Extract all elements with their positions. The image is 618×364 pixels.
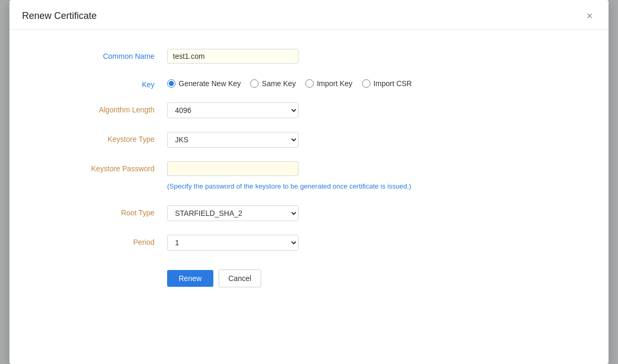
common-name-wrap — [167, 49, 588, 64]
key-radio-import[interactable] — [305, 79, 314, 88]
modal-body: Common Name Key Generate New Key — [9, 30, 609, 364]
keystore-password-row: Keystore Password (Specify the password … — [30, 161, 588, 192]
key-options-wrap: Generate New Key Same Key Import Key — [167, 77, 588, 88]
keystore-password-wrap: (Specify the password of the keystore to… — [167, 161, 588, 192]
keystore-type-wrap: JKS PKCS12 PEM — [167, 132, 588, 148]
common-name-input[interactable] — [167, 49, 298, 64]
key-option-generate[interactable]: Generate New Key — [167, 79, 241, 88]
period-wrap: 1 2 3 — [167, 235, 588, 251]
keystore-type-label: Keystore Type — [30, 132, 167, 143]
button-row-spacer — [30, 264, 167, 267]
key-row: Key Generate New Key Same Key — [30, 77, 588, 89]
action-buttons: Renew Cancel — [167, 269, 261, 287]
keystore-password-input[interactable] — [167, 161, 298, 176]
keystore-password-label: Keystore Password — [30, 161, 167, 173]
period-label: Period — [30, 235, 167, 246]
key-option-generate-label: Generate New Key — [179, 79, 241, 88]
key-radio-same[interactable] — [250, 79, 259, 88]
cancel-button[interactable]: Cancel — [219, 269, 262, 287]
keystore-type-select[interactable]: JKS PKCS12 PEM — [167, 132, 298, 148]
modal-close-button[interactable]: × — [583, 9, 596, 22]
root-type-row: Root Type STARFIELD_SHA_2 STARFIELD_SHA_… — [30, 205, 588, 221]
common-name-row: Common Name — [30, 49, 588, 64]
key-radio-generate[interactable] — [167, 79, 176, 88]
key-option-import-label: Import Key — [317, 79, 353, 88]
algorithm-length-wrap: 4096 2048 1024 — [167, 102, 588, 118]
keystore-hint: (Specify the password of the keystore to… — [167, 181, 411, 192]
key-option-csr[interactable]: Import CSR — [362, 79, 412, 88]
algorithm-length-row: Algorithm Length 4096 2048 1024 — [30, 102, 588, 118]
period-select[interactable]: 1 2 3 — [167, 235, 298, 251]
modal-title: Renew Certificate — [22, 11, 97, 22]
root-type-label: Root Type — [30, 205, 167, 217]
key-option-same-label: Same Key — [262, 79, 296, 88]
root-type-select[interactable]: STARFIELD_SHA_2 STARFIELD_SHA_1 AMAZON_S… — [167, 205, 298, 221]
key-radio-group: Generate New Key Same Key Import Key — [167, 77, 412, 88]
common-name-label: Common Name — [30, 49, 167, 60]
key-option-same[interactable]: Same Key — [250, 79, 296, 88]
modal-overlay: Renew Certificate × Common Name Key Gen — [0, 0, 618, 364]
algorithm-length-select[interactable]: 4096 2048 1024 — [167, 102, 298, 118]
key-radio-csr[interactable] — [362, 79, 370, 88]
modal-header: Renew Certificate × — [9, 0, 609, 30]
key-label: Key — [30, 77, 167, 89]
algorithm-length-label: Algorithm Length — [30, 102, 167, 114]
keystore-type-row: Keystore Type JKS PKCS12 PEM — [30, 132, 588, 148]
key-option-import[interactable]: Import Key — [305, 79, 353, 88]
period-row: Period 1 2 3 — [30, 235, 588, 251]
button-row: Renew Cancel — [30, 264, 588, 287]
root-type-wrap: STARFIELD_SHA_2 STARFIELD_SHA_1 AMAZON_S… — [167, 205, 588, 221]
renew-certificate-modal: Renew Certificate × Common Name Key Gen — [9, 0, 609, 364]
button-wrap: Renew Cancel — [167, 264, 588, 287]
key-option-csr-label: Import CSR — [374, 79, 412, 88]
renew-button[interactable]: Renew — [167, 270, 213, 287]
